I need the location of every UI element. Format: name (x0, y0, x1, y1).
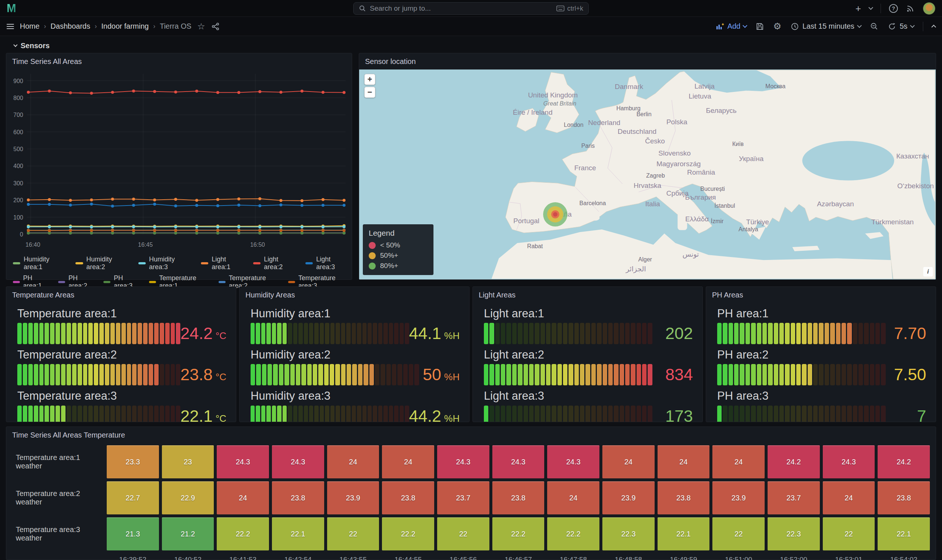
gauge-cell (648, 406, 652, 422)
panel-title-geomap[interactable]: Sensor location (359, 53, 936, 69)
panel-title-heatmap[interactable]: Time Series All Areas Temperature (6, 427, 936, 443)
gauge-row: 7.70 (717, 323, 926, 344)
heatmap-time-label: 16:46:57 (492, 553, 544, 560)
section-chevron-down-icon (13, 43, 17, 47)
gauge-cell (290, 364, 295, 385)
share-icon[interactable] (211, 22, 220, 31)
gauge-bar (17, 406, 180, 422)
breadcrumb-item[interactable]: Indoor farming (101, 22, 149, 31)
gauge-cell (352, 406, 356, 422)
map-zoom-in-button[interactable]: + (364, 74, 375, 85)
map-zoom-out-button[interactable]: − (364, 87, 375, 98)
gauge-cell (50, 364, 54, 385)
heatmap-time-label: 16:54:02 (877, 553, 930, 560)
gauge-cell (746, 323, 750, 344)
gauge-cell (586, 406, 590, 422)
heatmap-cell: 22.7 (107, 481, 159, 514)
gauge-cell (389, 323, 393, 344)
breadcrumb-item[interactable]: Tierra OS (160, 22, 191, 31)
panel-title-gauge[interactable]: Humidity Areas (239, 287, 469, 303)
gauge-cell (105, 364, 109, 385)
gauge-cell (83, 364, 88, 385)
map-attribution-icon[interactable]: i (923, 267, 933, 277)
legend-item[interactable]: Light area:2 (253, 255, 296, 271)
heatmap-cell: 22.2 (217, 517, 269, 551)
gauge-cell (132, 406, 137, 422)
legend-swatch (288, 281, 295, 283)
gauge-cell (176, 323, 180, 344)
section-title: Sensors (21, 42, 50, 50)
zoom-out-time-icon[interactable] (870, 22, 879, 31)
panel-title-gauge[interactable]: PH Areas (706, 287, 936, 303)
map-legend: Legend < 50%50%+80%+ (363, 224, 433, 275)
legend-label: Light area:2 (264, 255, 296, 271)
legend-item[interactable]: Humidity area:2 (76, 255, 128, 271)
legend-item[interactable]: Light area:3 (305, 255, 348, 271)
heatmap-cell: 22.3 (602, 517, 655, 551)
breadcrumb-item[interactable]: Dashboards (51, 22, 90, 31)
gauge-cell (603, 406, 607, 422)
legend-item[interactable]: Humidity area:1 (13, 255, 66, 271)
clock-icon (790, 22, 799, 31)
user-avatar[interactable] (923, 2, 935, 15)
sensor-map-marker[interactable] (543, 202, 567, 226)
gauge-cell (99, 406, 104, 422)
add-panel-button[interactable]: Add (716, 22, 747, 31)
gauge-cell (876, 406, 880, 422)
geomap[interactable]: United KingdomGreat BritainÉire / Irelan… (359, 69, 936, 280)
heatmap-cell: 24.3 (437, 445, 489, 478)
favorite-star-icon[interactable]: ☆ (197, 22, 205, 31)
time-range-picker[interactable]: Last 15 minutes (790, 22, 861, 31)
help-icon[interactable]: ? (889, 4, 898, 13)
search-box[interactable]: ctrl+k (353, 2, 589, 15)
gauge-cell (279, 364, 283, 385)
gauge-cell (723, 406, 727, 422)
gauge-cell (842, 406, 846, 422)
map-legend-item: 80%+ (369, 262, 427, 270)
panel-gauge: Humidity AreasHumidity area:144.1%HHumid… (239, 286, 470, 422)
gauge-cell (808, 364, 812, 385)
gauge-cell (357, 406, 361, 422)
refresh-picker[interactable]: 5s (888, 22, 914, 31)
menu-icon[interactable] (7, 24, 14, 29)
gauge-cell (368, 406, 372, 422)
settings-gear-icon[interactable]: ⚙ (773, 21, 781, 32)
heatmap-axis-spacer (10, 553, 104, 560)
gauge-cell (56, 406, 60, 422)
gauge-cell (791, 406, 795, 422)
legend-item[interactable]: Light area:1 (201, 255, 244, 271)
panel-title-gauge[interactable]: Temperature Areas (6, 287, 236, 303)
gauge-cell (110, 406, 115, 422)
legend-swatch (138, 262, 146, 265)
map-legend-label: 80%+ (380, 262, 398, 270)
gauge-cell (625, 406, 630, 422)
save-dashboard-icon[interactable] (755, 22, 764, 31)
panel-title-timeseries[interactable]: Time Series All Areas (6, 53, 352, 69)
gauge-cell (105, 406, 109, 422)
heatmap-cell: 22 (823, 517, 875, 551)
gauge-cell (489, 323, 494, 344)
new-button[interactable]: + (856, 4, 861, 13)
gauge-cell (625, 323, 630, 344)
org-logo[interactable]: M (7, 3, 16, 14)
news-rss-icon[interactable] (906, 4, 915, 13)
gauge-cell (859, 406, 863, 422)
search-input[interactable] (370, 5, 553, 12)
heatmap-cell: 23.9 (327, 481, 379, 514)
legend-item[interactable]: Humidity area:3 (138, 255, 191, 271)
gauge-cell (580, 323, 584, 344)
map-legend-dot (369, 242, 376, 249)
new-chevron-down-icon[interactable] (868, 5, 873, 10)
panel-title-gauge[interactable]: Light Areas (473, 287, 703, 303)
gauge-cell (546, 406, 550, 422)
gauge-cell (631, 323, 635, 344)
legend-label: Light area:3 (316, 255, 348, 271)
map-legend-title: Legend (369, 229, 427, 237)
breadcrumb-item[interactable]: Home (20, 22, 39, 31)
gauge-cell (774, 406, 778, 422)
gauge-value: 23.8°C (180, 365, 226, 384)
gauge-cell (506, 323, 511, 344)
collapse-toolbar-icon[interactable] (931, 25, 936, 29)
gauge-cell (541, 406, 545, 422)
section-sensors[interactable]: Sensors (6, 38, 936, 53)
